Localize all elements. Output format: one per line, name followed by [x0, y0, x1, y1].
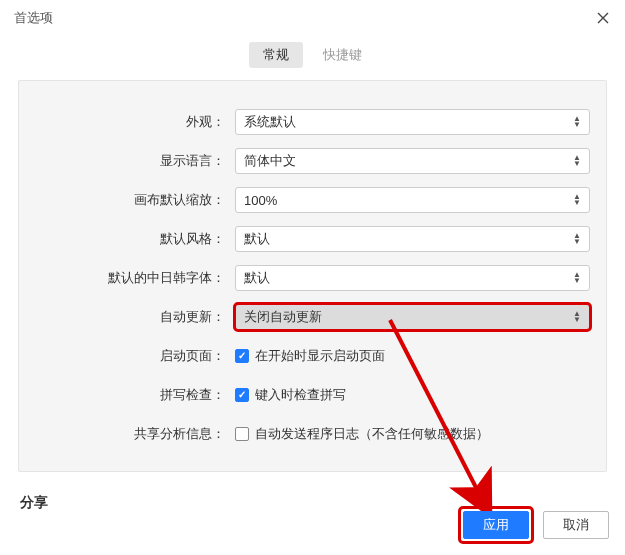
cjk-font-select[interactable]: 默认 ▲▼: [235, 265, 590, 291]
general-panel: 外观： 系统默认 ▲▼ 显示语言： 简体中文 ▲▼ 画布默认缩放： 100% ▲…: [18, 80, 607, 472]
apply-button[interactable]: 应用: [463, 511, 529, 539]
zoom-value: 100%: [244, 193, 277, 208]
style-label: 默认风格：: [35, 230, 235, 248]
auto-update-select[interactable]: 关闭自动更新 ▲▼: [235, 304, 590, 330]
spell-check-label: 拼写检查：: [35, 386, 235, 404]
style-select[interactable]: 默认 ▲▼: [235, 226, 590, 252]
stepper-icon: ▲▼: [573, 188, 583, 212]
analytics-text: 自动发送程序日志（不含任何敏感数据）: [255, 425, 489, 443]
window-title: 首选项: [14, 9, 53, 27]
zoom-label: 画布默认缩放：: [35, 191, 235, 209]
cjk-font-value: 默认: [244, 269, 270, 287]
language-select[interactable]: 简体中文 ▲▼: [235, 148, 590, 174]
close-icon[interactable]: [595, 10, 611, 26]
cjk-font-label: 默认的中日韩字体：: [35, 269, 235, 287]
appearance-label: 外观：: [35, 113, 235, 131]
start-page-label: 启动页面：: [35, 347, 235, 365]
style-value: 默认: [244, 230, 270, 248]
zoom-select[interactable]: 100% ▲▼: [235, 187, 590, 213]
stepper-icon: ▲▼: [573, 110, 583, 134]
tab-bar: 常规 快捷键: [0, 42, 625, 68]
cancel-button[interactable]: 取消: [543, 511, 609, 539]
auto-update-label: 自动更新：: [35, 308, 235, 326]
tab-general[interactable]: 常规: [249, 42, 303, 68]
start-page-text: 在开始时显示启动页面: [255, 347, 385, 365]
spell-check-text: 键入时检查拼写: [255, 386, 346, 404]
spell-check-checkbox[interactable]: [235, 388, 249, 402]
auto-update-value: 关闭自动更新: [244, 308, 322, 326]
language-value: 简体中文: [244, 152, 296, 170]
appearance-value: 系统默认: [244, 113, 296, 131]
language-label: 显示语言：: [35, 152, 235, 170]
stepper-icon: ▲▼: [573, 227, 583, 251]
appearance-select[interactable]: 系统默认 ▲▼: [235, 109, 590, 135]
analytics-label: 共享分析信息：: [35, 425, 235, 443]
stepper-icon: ▲▼: [573, 266, 583, 290]
tab-shortcuts[interactable]: 快捷键: [309, 42, 376, 68]
start-page-checkbox[interactable]: [235, 349, 249, 363]
analytics-checkbox[interactable]: [235, 427, 249, 441]
apply-highlight: 应用: [461, 509, 531, 541]
stepper-icon: ▲▼: [573, 305, 583, 329]
stepper-icon: ▲▼: [573, 149, 583, 173]
